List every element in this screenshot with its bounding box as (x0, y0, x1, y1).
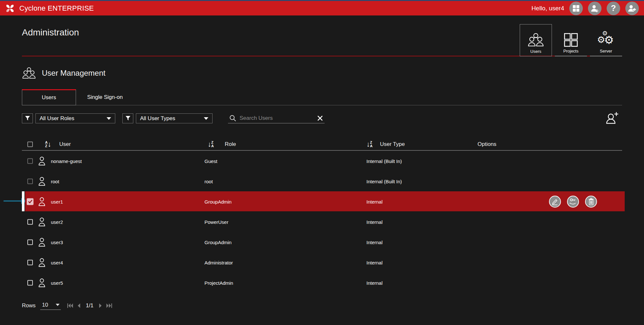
table-row[interactable]: user5 ProjectAdmin Internal (22, 272, 622, 293)
sign-out-button[interactable] (625, 2, 639, 15)
user-roles-dropdown-value: All User Roles (40, 115, 74, 122)
user-settings-icon: ⚙ (591, 4, 599, 13)
row-user: user1 (51, 199, 63, 204)
row-role: Administrator (204, 260, 233, 265)
topbar: Cyclone ENTERPRISE Hello, user4 ⚙ ? (0, 1, 644, 15)
section-header: User Management (22, 65, 622, 81)
row-role: ProjectAdmin (204, 280, 233, 285)
row-type: Internal (366, 280, 383, 285)
column-header-type[interactable]: User Type (380, 141, 405, 148)
user-settings-button[interactable]: ⚙ (588, 2, 601, 15)
role-filter-button[interactable] (22, 113, 33, 123)
person-icon (38, 258, 46, 267)
person-icon (38, 217, 46, 226)
select-all-checkbox[interactable] (27, 142, 33, 147)
row-checkbox-checked[interactable] (27, 198, 33, 205)
delete-user-button[interactable] (585, 196, 597, 207)
nav-item-projects[interactable]: Projects (555, 24, 587, 56)
row-user: user5 (51, 280, 63, 285)
apps-grid-button[interactable] (569, 2, 583, 15)
tab-users[interactable]: Users (22, 89, 76, 105)
help-button[interactable]: ? (607, 2, 620, 15)
table-row[interactable]: root root Internal (Built In) (22, 171, 622, 191)
nav-label: Users (530, 49, 541, 54)
user-management-icon (22, 67, 36, 80)
user-greeting: Hello, user4 (532, 5, 564, 12)
users-table: AZ↓ User ↓ZA Role ↓ZA User Type Options … (22, 139, 622, 293)
user-types-dropdown[interactable]: All User Types (136, 113, 213, 123)
search-icon (229, 115, 236, 122)
row-user: noname-guest (51, 158, 82, 164)
column-header-role[interactable]: Role (225, 141, 236, 148)
reset-password-button[interactable] (567, 196, 579, 207)
table-row[interactable]: user1 GroupAdmin Internal (22, 191, 622, 212)
row-type: Internal (366, 219, 383, 225)
row-type: Internal (366, 260, 383, 265)
rows-per-page-select[interactable]: 10 (40, 302, 61, 310)
table-body: noname-guest Guest Internal (Built In) (22, 151, 622, 293)
add-user-button[interactable] (605, 111, 620, 127)
svg-text:⚙: ⚙ (595, 9, 599, 13)
table-row[interactable]: user3 GroupAdmin Internal (22, 232, 622, 252)
chevron-down-icon (107, 117, 111, 120)
server-gears-icon: ⚙⚙⚙ (597, 30, 615, 47)
last-page-button[interactable] (106, 303, 112, 308)
tab-bar: Users Single Sign-on (22, 89, 622, 105)
type-filter-button[interactable] (122, 113, 133, 123)
funnel-icon (125, 116, 131, 121)
row-role: GroupAdmin (204, 199, 232, 204)
nav-item-server[interactable]: ⚙⚙⚙ Server (590, 24, 622, 56)
table-row[interactable]: noname-guest Guest Internal (Built In) (22, 151, 622, 171)
next-page-button[interactable] (99, 303, 102, 308)
nav-item-users[interactable]: Users (520, 24, 552, 56)
row-user: user4 (51, 260, 63, 265)
edit-user-button[interactable] (549, 196, 561, 207)
table-header: AZ↓ User ↓ZA Role ↓ZA User Type Options (22, 139, 622, 151)
admin-nav: Users Projects ⚙⚙⚙ Server (520, 24, 622, 56)
projects-grid-icon (564, 33, 578, 47)
app-title: Cyclone ENTERPRISE (19, 4, 94, 13)
section-title: User Management (42, 69, 105, 78)
chevron-down-icon (56, 304, 60, 306)
cyclone-logo-icon (5, 4, 15, 13)
user-types-dropdown-value: All User Types (140, 115, 175, 122)
row-checkbox[interactable] (27, 178, 33, 184)
clear-search-icon[interactable] (317, 115, 323, 121)
row-role: GroupAdmin (204, 239, 232, 245)
row-checkbox[interactable] (27, 280, 33, 285)
column-header-user[interactable]: User (59, 141, 71, 148)
person-icon (38, 237, 46, 247)
row-actions (549, 196, 597, 207)
column-header-options: Options (478, 141, 497, 148)
add-user-icon (605, 111, 620, 125)
page-header: Administration Users Projects (22, 15, 622, 56)
previous-page-button[interactable] (77, 303, 80, 308)
row-type: Internal (366, 199, 383, 204)
user-roles-dropdown[interactable]: All User Roles (35, 113, 115, 123)
sign-out-icon (628, 4, 636, 13)
tab-single-sign-on[interactable]: Single Sign-on (76, 89, 134, 105)
row-role: root (204, 178, 213, 184)
sort-type-za-icon[interactable]: ↓ZA (366, 141, 373, 148)
row-role: Guest (204, 158, 217, 164)
person-icon (38, 177, 46, 186)
tab-label: Users (42, 94, 56, 101)
row-user: user3 (51, 239, 63, 245)
row-checkbox[interactable] (27, 260, 33, 265)
search-input[interactable] (240, 115, 314, 121)
pagination-bar: Rows 10 1/1 (22, 300, 622, 311)
row-checkbox[interactable] (27, 239, 33, 245)
first-page-button[interactable] (67, 303, 73, 308)
row-checkbox[interactable] (27, 219, 33, 225)
row-user: root (51, 178, 59, 184)
row-type: Internal (366, 239, 383, 245)
sort-role-za-icon[interactable]: ↓ZA (208, 141, 214, 148)
filter-toolbar: All User Roles All User Types (22, 113, 622, 123)
row-checkbox[interactable] (27, 158, 33, 164)
key-hand-icon (569, 198, 577, 206)
sort-user-az-icon[interactable]: AZ↓ (45, 141, 51, 148)
table-row[interactable]: user4 Administrator Internal (22, 252, 622, 272)
table-row[interactable]: user2 PowerUser Internal (22, 212, 622, 232)
person-icon (38, 156, 46, 166)
nav-label: Server (600, 49, 612, 53)
